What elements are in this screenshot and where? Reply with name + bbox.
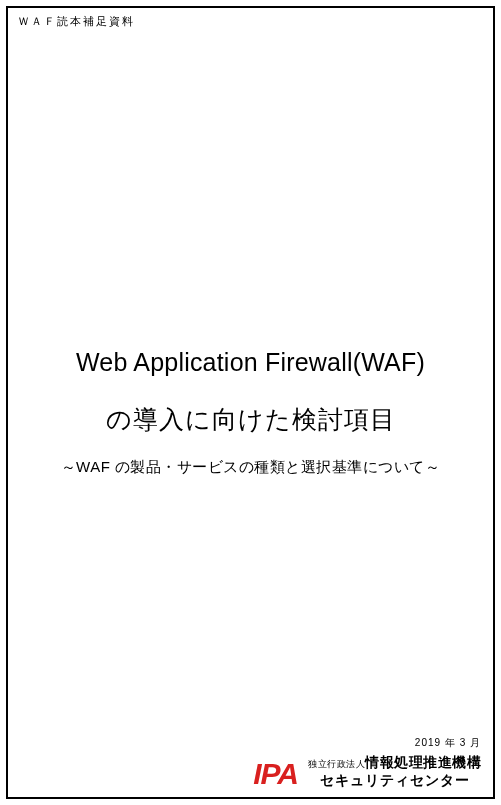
publisher-text: 独立行政法人情報処理推進機構 セキュリティセンター [308, 754, 481, 789]
document-page: ＷＡＦ読本補足資料 Web Application Firewall(WAF) … [0, 0, 501, 805]
publisher-org: 情報処理推進機構 [365, 754, 481, 770]
publisher-department: セキュリティセンター [308, 772, 481, 790]
header-note: ＷＡＦ読本補足資料 [18, 14, 135, 29]
title-line-2: の導入に向けた検討項目 [8, 403, 493, 436]
publisher-name: 独立行政法人情報処理推進機構 [308, 754, 481, 772]
ipa-logo-icon: IPA [253, 759, 298, 789]
title-line-1: Web Application Firewall(WAF) [8, 348, 493, 377]
publication-date: 2019 年 3 月 [8, 736, 483, 750]
footer-block: 2019 年 3 月 IPA 独立行政法人情報処理推進機構 セキュリティセンター [8, 736, 483, 789]
page-border: ＷＡＦ読本補足資料 Web Application Firewall(WAF) … [6, 6, 495, 799]
subtitle: ～WAF の製品・サービスの種類と選択基準について～ [8, 458, 493, 477]
title-block: Web Application Firewall(WAF) の導入に向けた検討項… [8, 348, 493, 477]
publisher-prefix: 独立行政法人 [308, 759, 365, 769]
publisher-line: IPA 独立行政法人情報処理推進機構 セキュリティセンター [8, 754, 483, 789]
